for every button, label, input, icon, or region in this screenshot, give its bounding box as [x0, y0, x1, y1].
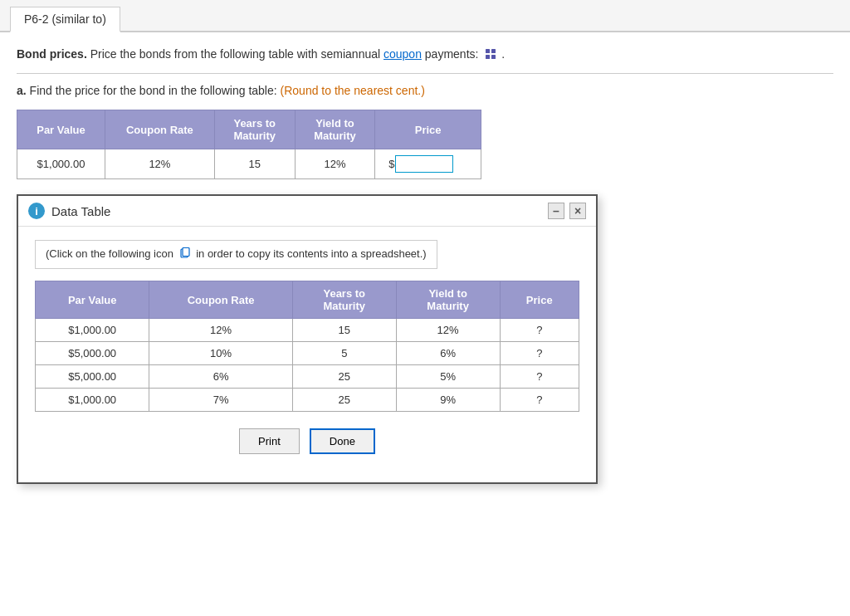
tab-p6-2[interactable]: P6-2 (similar to): [10, 7, 120, 32]
data-td-years-3: 25: [292, 389, 396, 412]
svg-rect-5: [183, 248, 189, 257]
data-td-yield-0: 12%: [396, 319, 500, 342]
main-content: Bond prices. Price the bonds from the fo…: [0, 32, 850, 497]
modal-minimize-button[interactable]: –: [548, 203, 564, 219]
bond-prices-label: Bond prices.: [17, 47, 87, 61]
data-td-coupon-3: 7%: [149, 389, 292, 412]
svg-rect-0: [486, 49, 490, 53]
data-table-row: $1,000.00 7% 25 9% ?: [36, 389, 579, 412]
data-table: Par Value Coupon Rate Years toMaturity Y…: [35, 281, 579, 412]
main-table-header-row: Par Value Coupon Rate Years toMaturity Y…: [17, 110, 481, 149]
question-intro: Bond prices. Price the bonds from the fo…: [17, 46, 833, 63]
data-table-header-row: Par Value Coupon Rate Years toMaturity Y…: [36, 281, 579, 319]
data-td-years-2: 25: [292, 365, 396, 389]
data-td-price-2: ?: [500, 365, 579, 389]
data-table-row: $5,000.00 10% 5 6% ?: [36, 342, 579, 365]
sub-label: a.: [17, 84, 27, 97]
data-td-par-value-3: $1,000.00: [36, 389, 149, 412]
intro-rest: Price the bonds from the following table…: [87, 47, 383, 61]
sub-text: Find the price for the bond in the follo…: [30, 84, 277, 97]
modal-close-button[interactable]: ×: [569, 203, 586, 219]
data-td-yield-3: 9%: [396, 389, 500, 412]
svg-rect-3: [491, 55, 496, 59]
info-icon: i: [28, 203, 45, 219]
main-td-years: 15: [214, 149, 295, 179]
data-td-coupon-2: 6%: [149, 365, 292, 389]
dot-end: .: [501, 47, 505, 61]
page-wrapper: P6-2 (similar to) Bond prices. Price the…: [0, 0, 850, 616]
divider-1: [17, 73, 833, 74]
main-td-yield: 12%: [295, 149, 375, 179]
main-th-coupon-rate: Coupon Rate: [105, 110, 214, 149]
main-td-price: $: [375, 149, 481, 179]
data-table-row: $1,000.00 12% 15 12% ?: [36, 319, 579, 342]
data-td-par-value-0: $1,000.00: [36, 319, 149, 342]
print-button[interactable]: Print: [239, 428, 300, 454]
data-td-price-1: ?: [500, 342, 579, 365]
main-th-years-to-maturity: Years toMaturity: [214, 110, 295, 149]
grid-icon[interactable]: [485, 48, 498, 61]
tab-bar: P6-2 (similar to): [0, 0, 850, 32]
modal-header-left: i Data Table: [28, 203, 110, 219]
modal-box: i Data Table – × (Click on the following…: [17, 194, 598, 484]
round-note: (Round to the nearest cent.): [281, 84, 425, 97]
main-td-par-value: $1,000.00: [17, 149, 105, 179]
modal-body: (Click on the following icon in order to…: [18, 227, 596, 482]
done-button[interactable]: Done: [310, 428, 375, 454]
modal-controls: – ×: [548, 203, 586, 219]
data-td-yield-1: 6%: [396, 342, 500, 365]
data-td-price-0: ?: [500, 319, 579, 342]
data-th-yield: Yield toMaturity: [396, 281, 500, 319]
copy-icon[interactable]: [179, 247, 191, 262]
data-td-yield-2: 5%: [396, 365, 500, 389]
main-table: Par Value Coupon Rate Years toMaturity Y…: [17, 110, 481, 179]
main-th-yield-to-maturity: Yield toMaturity: [295, 110, 375, 149]
copy-note-prefix: (Click on the following icon: [46, 247, 177, 260]
modal-overlay: i Data Table – × (Click on the following…: [17, 194, 833, 484]
price-prefix: $: [388, 158, 394, 170]
main-table-row: $1,000.00 12% 15 12% $: [17, 149, 481, 179]
data-td-price-3: ?: [500, 389, 579, 412]
data-td-par-value-2: $5,000.00: [36, 365, 149, 389]
copy-note: (Click on the following icon in order to…: [35, 240, 437, 269]
coupon-link[interactable]: coupon: [383, 47, 422, 61]
modal-title: Data Table: [51, 204, 110, 218]
data-th-years: Years toMaturity: [292, 281, 396, 319]
data-td-coupon-0: 12%: [149, 319, 292, 342]
tab-label: P6-2 (similar to): [24, 12, 106, 26]
data-td-par-value-1: $5,000.00: [36, 342, 149, 365]
data-th-coupon-rate: Coupon Rate: [149, 281, 292, 319]
modal-footer: Print Done: [35, 428, 579, 469]
copy-note-suffix: in order to copy its contents into a spr…: [196, 247, 427, 260]
data-table-row: $5,000.00 6% 25 5% ?: [36, 365, 579, 389]
svg-rect-1: [491, 49, 496, 53]
modal-header: i Data Table – ×: [18, 196, 596, 227]
data-th-price: Price: [500, 281, 579, 319]
data-td-coupon-1: 10%: [149, 342, 292, 365]
data-th-par-value: Par Value: [36, 281, 149, 319]
intro-end: payments:: [422, 47, 478, 61]
price-input[interactable]: [395, 155, 453, 173]
main-td-coupon-rate: 12%: [105, 149, 214, 179]
main-th-par-value: Par Value: [17, 110, 105, 149]
data-td-years-1: 5: [292, 342, 396, 365]
sub-question-a: a. Find the price for the bond in the fo…: [17, 82, 833, 100]
svg-rect-2: [486, 55, 490, 59]
main-th-price: Price: [375, 110, 481, 149]
data-td-years-0: 15: [292, 319, 396, 342]
